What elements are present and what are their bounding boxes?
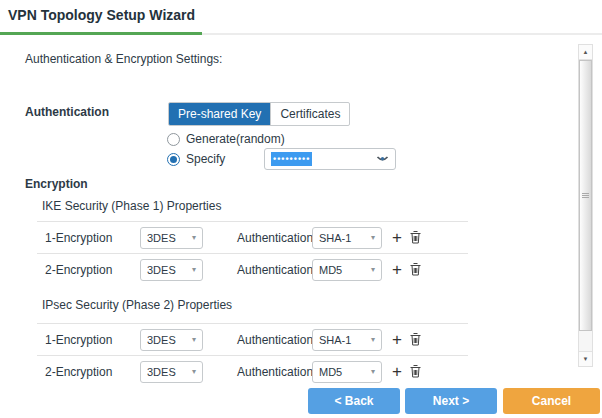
chevron-down-icon: ▾ <box>371 266 375 274</box>
scrollbar-grip <box>582 192 589 199</box>
add-row-button[interactable]: + <box>392 261 402 278</box>
encryption-select[interactable]: 3DES ▾ <box>140 329 203 351</box>
wizard-progress-fill <box>0 32 202 35</box>
chevron-down-icon: ▾ <box>192 234 196 242</box>
scrollbar-thumb[interactable] <box>579 60 592 331</box>
row-auth-label: Authentication <box>237 365 312 379</box>
table-row: 2-Encryption 3DES ▾ Authentication MD5 ▾… <box>37 253 468 285</box>
select-value: 3DES <box>147 366 176 378</box>
select-value: SHA-1 <box>319 232 351 244</box>
select-value: MD5 <box>319 366 342 378</box>
select-value: 3DES <box>147 232 176 244</box>
authentication-label: Authentication <box>25 105 109 119</box>
chevron-down-icon: ▾ <box>371 368 375 376</box>
select-value: 3DES <box>147 334 176 346</box>
chevron-down-icon: ▾ <box>192 266 196 274</box>
scroll-down-icon[interactable]: ▼ <box>579 351 592 366</box>
select-value: SHA-1 <box>319 334 351 346</box>
masked-key-value: ••••••••• <box>271 152 312 166</box>
cancel-button[interactable]: Cancel <box>503 388 600 414</box>
phase2-title: IPsec Security (Phase 2) Properties <box>42 298 232 312</box>
radio-generate-label: Generate(random) <box>186 132 285 146</box>
authentication-select[interactable]: SHA-1 ▾ <box>312 329 382 351</box>
reveal-password-icon[interactable] <box>376 155 389 163</box>
radio-generate-random[interactable]: Generate(random) <box>167 132 285 146</box>
back-button[interactable]: < Back <box>308 388 400 414</box>
delete-row-button[interactable] <box>409 230 422 245</box>
phase1-title: IKE Security (Phase 1) Properties <box>42 199 221 213</box>
select-value: 3DES <box>147 264 176 276</box>
add-row-button[interactable]: + <box>392 331 402 348</box>
row-label: 1-Encryption <box>45 231 140 245</box>
authentication-select[interactable]: MD5 ▾ <box>312 259 382 281</box>
add-row-button[interactable]: + <box>392 229 402 246</box>
add-row-button[interactable]: + <box>392 363 402 380</box>
row-label: 2-Encryption <box>45 365 140 379</box>
chevron-down-icon: ▾ <box>192 336 196 344</box>
encryption-select[interactable]: 3DES ▾ <box>140 227 203 249</box>
row-auth-label: Authentication <box>237 263 312 277</box>
preshared-key-input[interactable]: ••••••••• <box>264 148 396 170</box>
table-row: 2-Encryption 3DES ▾ Authentication MD5 ▾… <box>37 355 468 387</box>
row-auth-label: Authentication <box>237 231 312 245</box>
phase1-table: 1-Encryption 3DES ▾ Authentication SHA-1… <box>37 221 468 285</box>
row-label: 1-Encryption <box>45 333 140 347</box>
radio-specify[interactable]: Specify <box>167 152 225 166</box>
select-value: MD5 <box>319 264 342 276</box>
delete-row-button[interactable] <box>409 262 422 277</box>
certificates-button[interactable]: Certificates <box>270 103 349 125</box>
preshared-key-button[interactable]: Pre-shared Key <box>169 103 270 125</box>
authentication-select[interactable]: SHA-1 ▾ <box>312 227 382 249</box>
delete-row-button[interactable] <box>409 364 422 379</box>
scroll-up-icon[interactable]: ▲ <box>579 45 592 60</box>
chevron-down-icon: ▾ <box>371 336 375 344</box>
table-row: 1-Encryption 3DES ▾ Authentication SHA-1… <box>37 323 468 355</box>
section-heading: Authentication & Encryption Settings: <box>25 52 222 66</box>
phase2-table: 1-Encryption 3DES ▾ Authentication SHA-1… <box>37 323 468 387</box>
encryption-label: Encryption <box>25 177 88 191</box>
authentication-select[interactable]: MD5 ▾ <box>312 361 382 383</box>
authentication-mode-toggle: Pre-shared Key Certificates <box>168 102 350 126</box>
encryption-select[interactable]: 3DES ▾ <box>140 259 203 281</box>
chevron-down-icon: ▾ <box>192 368 196 376</box>
vertical-scrollbar[interactable]: ▲ ▼ <box>578 44 593 367</box>
page-title: VPN Topology Setup Wizard <box>8 7 195 23</box>
table-row: 1-Encryption 3DES ▾ Authentication SHA-1… <box>37 221 468 253</box>
row-auth-label: Authentication <box>237 333 312 347</box>
radio-selected-icon[interactable] <box>167 153 180 166</box>
radio-specify-label: Specify <box>186 152 225 166</box>
radio-icon[interactable] <box>167 133 180 146</box>
encryption-select[interactable]: 3DES ▾ <box>140 361 203 383</box>
next-button[interactable]: Next > <box>405 388 497 414</box>
delete-row-button[interactable] <box>409 332 422 347</box>
chevron-down-icon: ▾ <box>371 234 375 242</box>
row-label: 2-Encryption <box>45 263 140 277</box>
